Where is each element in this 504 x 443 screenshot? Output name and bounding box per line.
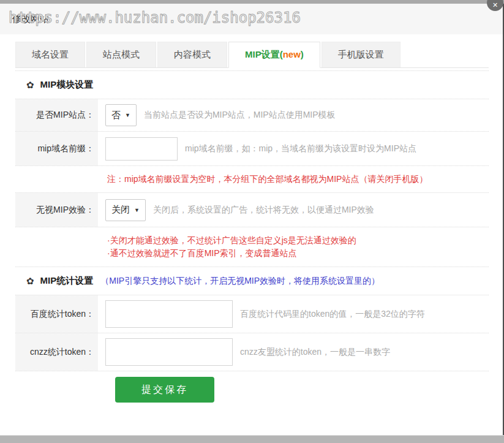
mip-settings-panel: ✿ MIP模块设置 是否MIP站点： 否 ▼ 当前站点是否设为MIP站点，MIP… — [15, 70, 489, 403]
submit-row: 提交保存 — [15, 371, 489, 403]
tab-domain-settings[interactable]: 域名设置 — [15, 42, 85, 67]
chevron-down-icon: ▼ — [134, 207, 140, 213]
page-title: 修改网站 — [12, 13, 49, 25]
mip-prefix-input[interactable] — [105, 137, 178, 161]
chevron-down-icon: ▼ — [125, 112, 130, 118]
field-label: cnzz统计token： — [15, 333, 98, 371]
field-row-ignore-mip: 无视MIP效验： 关闭 ▼ 关闭后，系统设置的广告，统计将无效，以便通过MIP效… — [15, 193, 489, 227]
field-help: cnzz友盟统计的token，一般是一串数字 — [240, 347, 390, 358]
window-top-edge — [0, 0, 504, 4]
ignore-mip-notes: ·关闭才能通过效验，不过统计广告这些自定义js是无法通过效验的 ·通不过效验就进… — [15, 227, 489, 267]
close-icon: ✕ — [492, 1, 498, 9]
dialog-header: 修改网站 — [0, 4, 504, 34]
field-help: 关闭后，系统设置的广告，统计将无效，以便通过MIP效验 — [153, 205, 374, 216]
badge-paren-close: ) — [301, 49, 304, 59]
tab-site-mode[interactable]: 站点模式 — [86, 42, 156, 67]
field-label: mip域名前缀： — [15, 132, 98, 165]
section-mip-module: ✿ MIP模块设置 — [15, 71, 489, 99]
section-title: MIP统计设置 — [40, 275, 94, 287]
field-label: 无视MIP效验： — [15, 193, 98, 227]
select-value: 否 — [111, 110, 121, 121]
field-row-baidu-token: 百度统计token： 百度统计代码里的token的值，一般是32位的字符 — [15, 295, 489, 333]
section-mip-stats: ✿ MIP统计设置 （MIP引擎只支持以下统计，开启无视MIP效验时，将使用系统… — [15, 267, 489, 295]
field-label: 百度统计token： — [15, 295, 98, 333]
gear-icon: ✿ — [26, 276, 34, 287]
field-row-is-mip-site: 是否MIP站点： 否 ▼ 当前站点是否设为MIP站点，MIP站点使用MIP模板 — [15, 99, 489, 132]
field-help: 百度统计代码里的token的值，一般是32位的字符 — [240, 309, 425, 320]
tab-bar: 域名设置 站点模式 内容模式 MIP设置(new) 手机版设置 — [15, 42, 489, 68]
tab-mip-settings[interactable]: MIP设置(new) — [228, 42, 320, 68]
submit-save-button[interactable]: 提交保存 — [115, 377, 214, 403]
tab-mobile-settings[interactable]: 手机版设置 — [322, 42, 401, 67]
tab-content-mode[interactable]: 内容模式 — [157, 42, 227, 67]
mip-prefix-note: 注：mip域名前缀设置为空时，本分组下的全部域名都视为MIP站点（请关闭手机版） — [15, 166, 489, 193]
baidu-token-input[interactable] — [105, 300, 233, 328]
select-value: 关闭 — [111, 204, 130, 216]
ignore-mip-note-line: ·通不过效验就进不了百度MIP索引，变成普通站点 — [107, 247, 489, 260]
cnzz-token-input[interactable] — [105, 338, 233, 366]
horizontal-scrollbar[interactable] — [0, 435, 504, 443]
field-row-cnzz-token: cnzz统计token： cnzz友盟统计的token，一般是一串数字 — [15, 333, 489, 371]
field-row-mip-prefix: mip域名前缀： mip域名前缀，如：mip，当域名前缀为该设置时设为MIP站点 — [15, 132, 489, 166]
is-mip-site-select[interactable]: 否 ▼ — [105, 104, 137, 126]
section-note: （MIP引擎只支持以下统计，开启无视MIP效验时，将使用系统设置里的） — [100, 276, 380, 287]
section-title: MIP模块设置 — [40, 79, 94, 91]
field-help: mip域名前缀，如：mip，当域名前缀为该设置时设为MIP站点 — [185, 143, 416, 154]
ignore-mip-select[interactable]: 关闭 ▼ — [105, 199, 146, 221]
field-help: 当前站点是否设为MIP站点，MIP站点使用MIP模板 — [144, 110, 336, 121]
field-label: 是否MIP站点： — [15, 99, 98, 131]
ignore-mip-note-line: ·关闭才能通过效验，不过统计广告这些自定义js是无法通过效验的 — [107, 234, 489, 247]
gear-icon: ✿ — [26, 80, 34, 91]
new-badge: new — [283, 49, 301, 59]
